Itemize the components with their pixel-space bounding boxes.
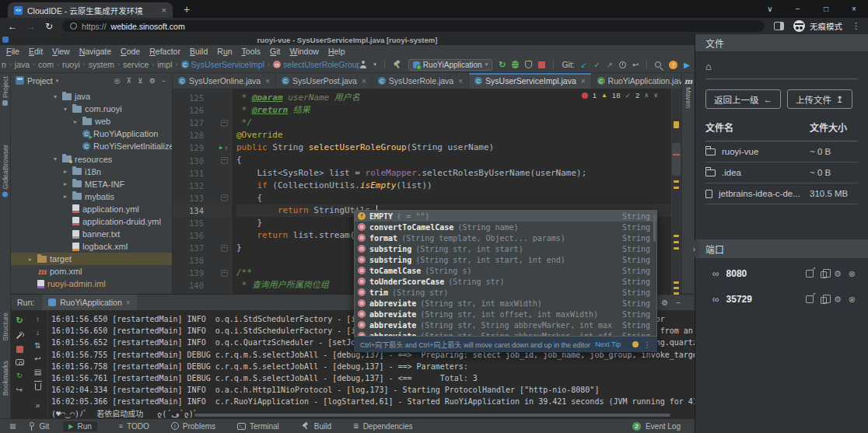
editor-tab-SysUserPost.java[interactable]: CSysUserPost.java× (276, 73, 373, 89)
git-rollback-icon[interactable]: ↩ (632, 61, 639, 69)
close-port-icon[interactable]: ⊗ (849, 269, 856, 279)
error-stripe[interactable] (671, 89, 681, 294)
stripe-thumb[interactable] (672, 143, 681, 176)
completion-item-abbreviate[interactable]: mabbreviate(String str, int maxWidth)Str… (355, 298, 656, 309)
stop-icon[interactable] (538, 61, 545, 68)
run-configuration-select[interactable]: RuoYiApplication ▾ (408, 59, 492, 71)
run-button-icon[interactable]: ↻ (499, 60, 506, 70)
breadcrumb-item-system[interactable]: system (89, 60, 114, 69)
run-tab-close-icon[interactable]: × (126, 299, 131, 307)
tool-window-bookmarks[interactable]: Bookmarks (2, 361, 9, 396)
scroll-down-icon[interactable]: ↓ (36, 328, 40, 337)
edit-configuration-wrench-icon[interactable] (14, 330, 25, 341)
url-bar[interactable]: https:// webide.sinosoft.com (62, 20, 765, 32)
completion-item-toCamelCase[interactable]: mtoCamelCase(String s)String (355, 265, 656, 276)
hint-more-icon[interactable]: ⋮ (643, 340, 651, 349)
print-icon[interactable]: ▤ (34, 368, 41, 376)
breadcrumb-item-java[interactable]: java (15, 60, 30, 69)
tree-item-RuoYiServletInitialize[interactable]: CRuoYiServletInitialize (11, 140, 172, 152)
completion-item-trim[interactable]: mtrim(String str)String (355, 287, 656, 298)
status-git[interactable]: Git (29, 422, 50, 431)
menu-item-edit[interactable]: Edit (24, 47, 47, 56)
tree-item-ruoyi-admin.iml[interactable]: ruoyi-admin.iml (11, 278, 172, 290)
tree-item-i18n[interactable]: ▸i18n (11, 166, 172, 178)
menu-item-file[interactable]: File (2, 47, 24, 56)
back-button[interactable]: ← (8, 21, 17, 32)
tree-item-resources[interactable]: ▾resources (11, 152, 172, 165)
breadcrumb-item-SysUserServiceImpl[interactable]: CSysUserServiceImpl (181, 60, 265, 69)
run-with-profiler-icon[interactable] (359, 61, 367, 68)
tab-close-icon[interactable]: × (162, 5, 166, 15)
browser-menu-chevron-icon[interactable]: ∨ (756, 5, 784, 13)
maximize-button[interactable]: □ (812, 5, 840, 13)
soft-wrap-icon[interactable]: ↩ (34, 354, 40, 363)
project-settings-gear-icon[interactable]: ⚙ (148, 77, 157, 85)
tool-window-maven[interactable]: m Maven (682, 77, 695, 108)
breadcrumb-item-n[interactable]: n (2, 60, 6, 69)
update-available-icon[interactable]: ↑ (669, 61, 677, 69)
editor-tab-SysUserRole.java[interactable]: CSysUserRole.java× (373, 73, 469, 89)
copy-icon[interactable] (821, 271, 827, 278)
run-tab[interactable]: RuoYiApplication × (42, 295, 136, 310)
tool-window-switcher-icon[interactable]: ▦ (9, 422, 16, 430)
next-tip-link[interactable]: Next Tip (595, 340, 621, 348)
go-up-button[interactable]: 返回上一级← (705, 89, 781, 109)
open-external-icon[interactable] (806, 295, 814, 303)
completion-item-abbreviate[interactable]: mabbreviate(String str, String abbrevMar… (355, 320, 656, 330)
status-problems[interactable]: !Problems (171, 422, 215, 431)
breadcrumb-item-ruoyi[interactable]: ruoyi (62, 60, 80, 69)
locate-file-icon[interactable]: ◎ (113, 77, 122, 85)
tool-window-structure[interactable]: Structure (2, 313, 9, 341)
menu-item-git[interactable]: Git (265, 47, 285, 56)
search-everywhere-icon[interactable] (655, 61, 661, 68)
project-view-chevron-icon[interactable]: ▾ (56, 78, 59, 84)
home-icon[interactable]: ⌂ (705, 61, 858, 72)
completion-item-substring[interactable]: msubstring(String str, int start)String (355, 243, 656, 254)
breadcrumb-item-selectUserRoleGroup[interactable]: mselectUserRoleGroup (273, 60, 359, 69)
stop-process-icon[interactable] (16, 346, 23, 353)
run-with-chevron-icon[interactable]: ▾ (373, 61, 376, 68)
hide-run-panel-icon[interactable]: − (676, 299, 681, 307)
editor-tab-SysUserServiceImpl.java[interactable]: CSysUserServiceImpl.java× (469, 73, 592, 89)
collapse-panel-chevron-icon[interactable]: › (689, 241, 699, 257)
menu-item-tools[interactable]: Tools (237, 47, 266, 56)
minimize-button[interactable]: − (784, 5, 812, 13)
rerun-icon[interactable]: ↻ (16, 316, 23, 326)
tree-item-java[interactable]: ▾java (11, 90, 172, 103)
new-tab-button[interactable]: + (184, 3, 190, 16)
breadcrumb-item-com[interactable]: com (38, 60, 54, 69)
status-build[interactable]: Build (301, 421, 331, 431)
editor-tab-SysUserOnline.java[interactable]: CSysUserOnline.java× (173, 73, 276, 89)
navigate-stack-icon[interactable]: ⇅ (34, 341, 40, 350)
clear-console-icon[interactable] (35, 383, 41, 390)
completion-item-abbreviate[interactable]: mabbreviate(String str, int offset, int … (355, 309, 656, 320)
tree-item-application.yml[interactable]: application.yml (11, 203, 172, 215)
scroll-up-icon[interactable]: ↑ (36, 315, 40, 323)
reload-button[interactable]: ↻ (45, 21, 53, 32)
completion-item-format[interactable]: mformat(String template, Object... param… (355, 232, 656, 243)
tree-item-RuoYiApplication[interactable]: C▶RuoYiApplication (11, 127, 172, 140)
menu-item-build[interactable]: Build (185, 47, 212, 56)
git-push-icon[interactable]: ↗ (607, 61, 613, 69)
browser-more-icon[interactable]: ⋮ (852, 21, 860, 31)
exit-icon[interactable]: ↪ (16, 386, 23, 394)
console-hscrollbar[interactable] (194, 414, 670, 417)
menu-item-navigate[interactable]: Navigate (75, 47, 116, 56)
build-hammer-icon[interactable] (393, 60, 402, 69)
console-settings-gear-icon[interactable]: ⚙ (661, 299, 668, 307)
tree-item-logback.xml[interactable]: logback.xml (11, 240, 172, 253)
completion-item-toUnderScoreCase[interactable]: mtoUnderScoreCase(String str)String (355, 276, 656, 287)
status-terminal[interactable]: >_Terminal (237, 422, 279, 431)
git-update-icon[interactable]: ↙ (581, 61, 587, 69)
file-row[interactable]: .idea ~ 0 B (705, 162, 858, 183)
inspections-widget[interactable]: 1 ▲ 18 ✓ 2 ∧ ∨ (582, 91, 658, 100)
git-history-icon[interactable] (619, 61, 626, 68)
completion-item-EMPTY[interactable]: fEMPTY ( = "")String (355, 211, 656, 222)
tree-item-application-druid.yml[interactable]: application-druid.yml (11, 215, 172, 228)
tool-window-gideabrowser[interactable]: GIdeaBrowser (2, 145, 9, 197)
menu-item-refactor[interactable]: Refactor (145, 47, 185, 56)
file-row[interactable]: jetbrains-idea-c-de... 310.5 MB (705, 183, 858, 204)
tree-item-pom.xml[interactable]: mpom.xml (11, 265, 172, 278)
restart-icon[interactable]: ↻ (16, 372, 23, 379)
copy-icon[interactable] (821, 297, 827, 304)
